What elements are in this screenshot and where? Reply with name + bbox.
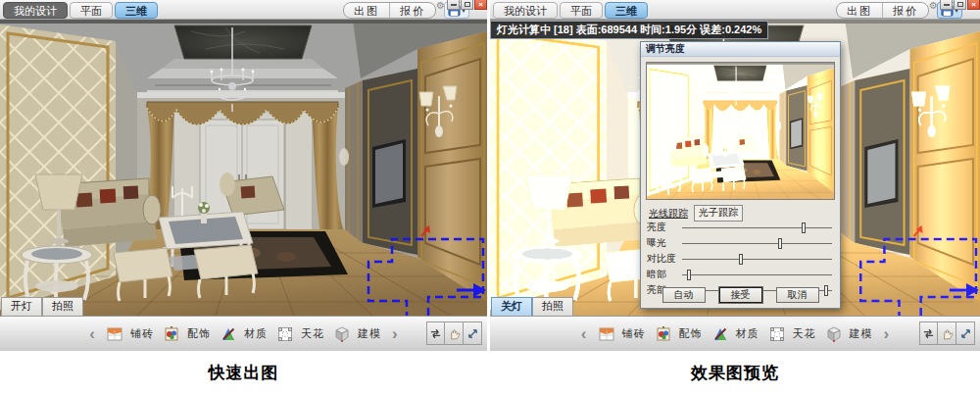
- slider-handle[interactable]: [778, 238, 782, 249]
- refresh-view-button[interactable]: [919, 321, 938, 345]
- contrast-slider[interactable]: [682, 253, 832, 266]
- right-bottom-toolbar: ‹ 铺砖 配饰: [490, 316, 980, 351]
- tab-plan[interactable]: 平面: [560, 2, 603, 19]
- tool-label: 铺砖: [622, 326, 646, 341]
- left-topbar: 我的设计 平面 三维 出图 报价 ▾ ⚙ ×: [0, 0, 487, 20]
- photo-tab[interactable]: 拍照: [42, 297, 83, 316]
- right-mode-tabs: 关灯 拍照: [491, 297, 573, 316]
- exposure-slider[interactable]: [682, 237, 832, 250]
- render-button[interactable]: 出图: [344, 3, 389, 18]
- slider-handle[interactable]: [802, 222, 806, 233]
- exposure-slider-row: 曝光: [647, 236, 832, 250]
- tab-3d[interactable]: 三维: [115, 2, 158, 19]
- tool-ceiling[interactable]: 天花: [276, 325, 324, 343]
- brightness-slider[interactable]: [682, 222, 832, 234]
- tab-3d[interactable]: 三维: [605, 2, 648, 19]
- left-3d-viewport[interactable]: 开灯 拍照: [0, 20, 487, 316]
- hand-icon: [448, 327, 461, 340]
- left-mode-tabs: 开灯 拍照: [1, 297, 83, 316]
- tool-material[interactable]: 材质: [711, 325, 760, 343]
- accessories-icon: [655, 325, 672, 343]
- tool-label: 天花: [301, 326, 324, 341]
- close-button[interactable]: ×: [967, 0, 980, 10]
- tab-plan[interactable]: 平面: [70, 2, 113, 19]
- zoom-extents-button[interactable]: [956, 321, 975, 345]
- brightness-slider-row: 亮度: [647, 221, 832, 234]
- cancel-button[interactable]: 取消: [776, 287, 819, 303]
- pan-hand-button[interactable]: [445, 321, 464, 345]
- tool-accessories[interactable]: 配饰: [655, 325, 703, 343]
- right-view-buttons: [919, 321, 975, 345]
- right-window-controls: ⚙ ×: [929, 0, 980, 11]
- left-bottom-toolbar: ‹ 铺砖 配饰: [0, 316, 487, 351]
- dialog-tabs: 光线跟踪 光子跟踪: [647, 205, 743, 222]
- tab-my-design[interactable]: 我的设计: [3, 2, 68, 19]
- restore-button[interactable]: [954, 0, 966, 10]
- tool-modeling[interactable]: 建模: [825, 325, 873, 343]
- shadows-slider-row: 暗部: [647, 268, 832, 281]
- tool-label: 建模: [358, 326, 381, 341]
- left-window-controls: ⚙ ×: [436, 0, 487, 11]
- tool-label: 材质: [736, 326, 760, 341]
- shadows-slider[interactable]: [682, 269, 832, 281]
- minimize-button[interactable]: [940, 0, 953, 10]
- settings-gear-icon[interactable]: ⚙: [436, 0, 445, 11]
- left-panel: 我的设计 平面 三维 出图 报价 ▾ ⚙ ×: [0, 0, 487, 395]
- tool-label: 配饰: [679, 326, 703, 341]
- pan-hand-button[interactable]: [938, 321, 956, 345]
- right-action-group: 出图 报价: [836, 2, 929, 19]
- zoom-extents-button[interactable]: [464, 321, 482, 345]
- slider-label: 对比度: [647, 252, 682, 266]
- tool-tile[interactable]: 铺砖: [598, 325, 646, 343]
- prev-arrow-icon[interactable]: ‹: [579, 324, 589, 344]
- photon-tracing-tab[interactable]: 光子跟踪: [694, 205, 743, 222]
- quote-button[interactable]: 报价: [389, 3, 435, 18]
- modeling-icon: [333, 325, 351, 343]
- restore-button[interactable]: [461, 0, 473, 10]
- light-off-tab[interactable]: 关灯: [491, 297, 532, 316]
- tool-tile[interactable]: 铺砖: [106, 325, 154, 343]
- left-view-tabs: 我的设计 平面 三维: [3, 2, 158, 19]
- minimize-button[interactable]: [447, 0, 460, 10]
- auto-button[interactable]: 自动: [662, 287, 706, 303]
- dialog-title[interactable]: 调节亮度: [641, 42, 840, 57]
- tool-label: 天花: [793, 326, 816, 341]
- left-caption: 快速出图: [0, 351, 487, 395]
- slider-handle[interactable]: [739, 254, 743, 265]
- refresh-view-button[interactable]: [426, 321, 445, 345]
- tool-ceiling[interactable]: 天花: [768, 325, 816, 343]
- accept-button[interactable]: 接受: [719, 287, 762, 303]
- photo-tab[interactable]: 拍照: [532, 297, 573, 316]
- ray-tracing-tab[interactable]: 光线跟踪: [647, 206, 690, 222]
- left-action-group: 出图 报价: [343, 2, 436, 19]
- dialog-buttons: 自动 接受 取消: [641, 287, 840, 303]
- app-window: 我的设计 平面 三维 出图 报价 ▾ ⚙ ×: [0, 0, 980, 395]
- swap-arrows-icon: [429, 327, 442, 340]
- prev-arrow-icon[interactable]: ‹: [87, 324, 97, 344]
- next-arrow-icon[interactable]: ›: [882, 324, 892, 344]
- right-topbar: 我的设计 平面 三维 出图 报价 ▾ ⚙ ×: [490, 0, 980, 20]
- tool-accessories[interactable]: 配饰: [163, 325, 211, 343]
- slider-label: 暗部: [647, 268, 682, 281]
- tab-my-design[interactable]: 我的设计: [493, 2, 558, 19]
- contrast-slider-row: 对比度: [647, 252, 832, 266]
- left-view-buttons: [426, 321, 482, 345]
- render-button[interactable]: 出图: [837, 3, 882, 18]
- tool-material[interactable]: 材质: [220, 325, 268, 343]
- slider-label: 亮度: [647, 221, 682, 234]
- next-arrow-icon[interactable]: ›: [390, 324, 400, 344]
- tool-label: 配饰: [187, 326, 211, 341]
- modeling-icon: [825, 325, 843, 343]
- quote-button[interactable]: 报价: [882, 3, 928, 18]
- light-on-tab[interactable]: 开灯: [1, 297, 42, 316]
- tile-icon: [106, 325, 123, 343]
- slider-handle[interactable]: [687, 270, 691, 280]
- tile-icon: [598, 325, 615, 343]
- tool-modeling[interactable]: 建模: [333, 325, 381, 343]
- close-button[interactable]: ×: [474, 0, 487, 10]
- scene-render-dim: [0, 20, 487, 316]
- settings-gear-icon[interactable]: ⚙: [929, 0, 938, 11]
- diagonal-arrows-icon: [466, 327, 479, 340]
- ceiling-icon: [768, 325, 786, 343]
- tool-label: 材质: [244, 326, 268, 341]
